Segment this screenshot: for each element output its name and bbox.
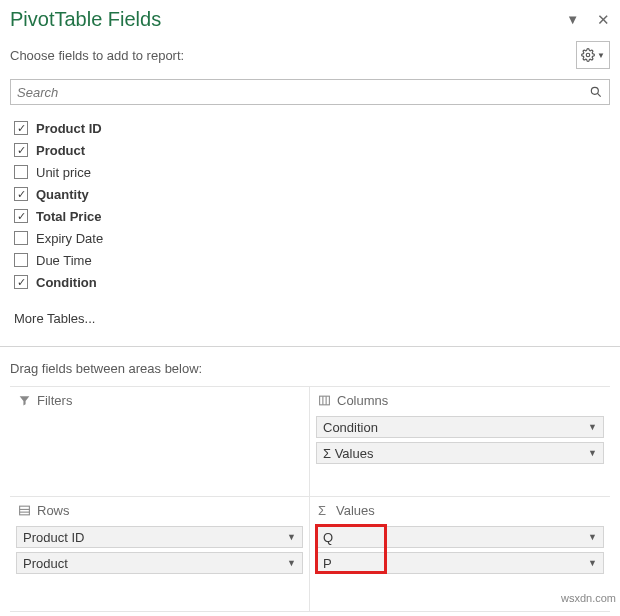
svg-rect-6 [20,506,30,515]
svg-point-1 [591,87,598,94]
gear-icon [581,48,595,62]
area-field-pill[interactable]: Product▼ [16,552,303,574]
area-field-pill[interactable]: Σ Values▼ [316,442,604,464]
field-checkbox[interactable] [14,253,28,267]
chevron-down-icon[interactable]: ▼ [588,422,597,432]
chevron-down-icon[interactable]: ▼ [588,558,597,568]
field-label: Expiry Date [36,231,103,246]
columns-header: Columns [318,393,604,408]
sigma-icon: Σ [318,503,330,518]
search-input-wrapper[interactable] [10,79,610,105]
drop-areas: Filters Columns Condition▼Σ Values▼ Rows… [10,386,610,612]
field-item[interactable]: ✓Product ID [14,117,610,139]
area-field-pill[interactable]: Q▼ [316,526,604,548]
chevron-down-icon: ▼ [597,51,605,60]
area-field-label: Product ID [23,530,84,545]
field-item[interactable]: Unit price [14,161,610,183]
rows-area[interactable]: Rows Product ID▼Product▼ [10,497,310,612]
area-field-label: Q [323,530,333,545]
area-field-pill[interactable]: Condition▼ [316,416,604,438]
chevron-down-icon[interactable]: ▼ [588,532,597,542]
search-input[interactable] [17,85,589,100]
field-label: Quantity [36,187,89,202]
watermark: wsxdn.com [561,592,616,604]
area-field-label: Condition [323,420,378,435]
instruction-row: Choose fields to add to report: ▼ [10,41,610,69]
columns-title: Columns [337,393,388,408]
rows-header: Rows [18,503,303,518]
field-checkbox[interactable] [14,165,28,179]
task-pane-options-icon[interactable]: ▼ [566,12,579,27]
field-list: ✓Product ID✓ProductUnit price✓Quantity✓T… [14,117,610,293]
chevron-down-icon[interactable]: ▼ [287,532,296,542]
area-field-pill[interactable]: Product ID▼ [16,526,303,548]
more-tables-link[interactable]: More Tables... [14,311,610,326]
filters-header: Filters [18,393,303,408]
filter-icon [18,394,31,407]
area-field-label: Σ Values [323,446,373,461]
filters-area[interactable]: Filters [10,387,310,497]
svg-line-2 [597,93,600,96]
field-checkbox[interactable]: ✓ [14,143,28,157]
field-checkbox[interactable]: ✓ [14,275,28,289]
area-field-label: P [323,556,332,571]
svg-rect-3 [320,396,330,405]
pane-header: PivotTable Fields ▼ ✕ [10,8,610,31]
field-item[interactable]: ✓Total Price [14,205,610,227]
field-label: Product [36,143,85,158]
field-label: Product ID [36,121,102,136]
rows-icon [18,504,31,517]
chevron-down-icon[interactable]: ▼ [588,448,597,458]
field-checkbox[interactable]: ✓ [14,121,28,135]
values-title: Values [336,503,375,518]
field-label: Due Time [36,253,92,268]
pivot-fields-pane: PivotTable Fields ▼ ✕ Choose fields to a… [0,0,620,616]
columns-icon [318,394,331,407]
field-checkbox[interactable] [14,231,28,245]
field-label: Total Price [36,209,102,224]
field-item[interactable]: Expiry Date [14,227,610,249]
rows-title: Rows [37,503,70,518]
field-label: Unit price [36,165,91,180]
area-field-pill[interactable]: P▼ [316,552,604,574]
close-icon[interactable]: ✕ [597,11,610,29]
pane-title: PivotTable Fields [10,8,161,31]
divider [0,346,620,347]
field-item[interactable]: ✓Product [14,139,610,161]
pane-window-controls: ▼ ✕ [566,11,610,29]
field-item[interactable]: ✓Quantity [14,183,610,205]
search-icon [589,85,603,99]
drag-instruction: Drag fields between areas below: [10,361,610,376]
chevron-down-icon[interactable]: ▼ [287,558,296,568]
instruction-text: Choose fields to add to report: [10,48,184,63]
field-item[interactable]: ✓Condition [14,271,610,293]
area-field-label: Product [23,556,68,571]
svg-point-0 [586,53,590,57]
field-checkbox[interactable]: ✓ [14,187,28,201]
field-label: Condition [36,275,97,290]
values-header: Σ Values [318,503,604,518]
field-checkbox[interactable]: ✓ [14,209,28,223]
tools-button[interactable]: ▼ [576,41,610,69]
columns-area[interactable]: Columns Condition▼Σ Values▼ [310,387,610,497]
filters-title: Filters [37,393,72,408]
field-item[interactable]: Due Time [14,249,610,271]
